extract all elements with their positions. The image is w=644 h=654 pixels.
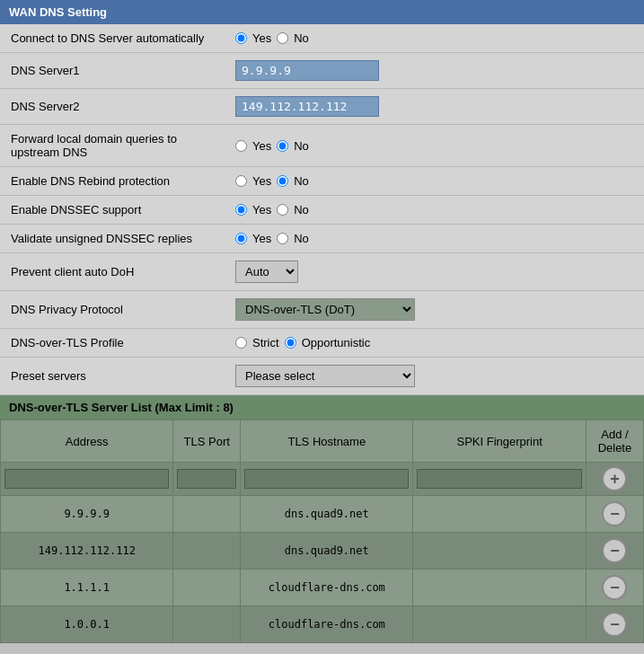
label-yes-connect-auto[interactable]: Yes [252,31,271,45]
field-dns-server2 [225,89,644,125]
row-dns-privacy: DNS Privacy Protocol DNS-over-TLS (DoT) [0,291,644,329]
cell-hostname: cloudflare-dns.com [241,606,413,643]
cell-input-port [173,463,241,496]
cell-hostname: cloudflare-dns.com [241,570,413,606]
radio-dns-rebind-yes[interactable] [235,175,247,187]
label-dot-profile: DNS-over-TLS Profile [0,329,225,358]
label-validate-dnssec: Validate unsigned DNSSEC replies [0,225,225,253]
cell-delete-button: − [586,533,643,570]
label-dns-server1: DNS Server1 [0,53,225,89]
cell-address: 149.112.112.112 [1,533,173,570]
label-no-validate-dnssec[interactable]: No [294,232,309,245]
select-dns-privacy[interactable]: DNS-over-TLS (DoT) [235,298,415,321]
label-opportunistic[interactable]: Opportunistic [302,336,371,349]
label-yes-dnssec[interactable]: Yes [252,203,271,217]
cell-address: 1.1.1.1 [1,570,173,606]
delete-server-button[interactable]: − [602,575,627,600]
cell-port [173,606,241,643]
radio-dot-opportunistic[interactable] [285,337,296,349]
label-dns-privacy: DNS Privacy Protocol [0,291,225,329]
cell-address: 1.0.0.1 [1,606,173,643]
col-header-port: TLS Port [173,420,241,463]
select-preset-servers[interactable]: Please select [235,365,415,387]
radio-forward-local-no[interactable] [277,140,288,152]
delete-icon: − [610,616,620,632]
table-row: 149.112.112.112dns.quad9.net− [1,533,644,570]
delete-server-button[interactable]: − [602,538,627,563]
table-header-row: Address TLS Port TLS Hostname SPKI Finge… [1,420,644,463]
label-preset-servers: Preset servers [0,358,225,395]
radio-validate-dnssec-yes[interactable] [235,233,247,244]
field-preset-servers: Please select [225,358,644,395]
input-address[interactable] [4,469,169,489]
cell-input-hostname [241,463,413,496]
input-spki[interactable] [417,469,581,489]
server-list-table: Address TLS Port TLS Hostname SPKI Finge… [0,420,644,643]
row-connect-auto: Connect to DNS Server automatically Yes … [0,24,644,53]
add-server-button[interactable]: + [602,466,627,491]
radio-dnssec-no[interactable] [277,204,288,216]
radio-dot-strict[interactable] [235,337,247,349]
cell-add-button: + [586,463,643,496]
server-list-title-text: DNS-over-TLS Server List (Max Limit : 8) [9,401,234,414]
label-no-dnssec[interactable]: No [294,203,309,217]
delete-server-button[interactable]: − [602,501,627,526]
field-dnssec: Yes No [225,196,644,225]
row-dns-server2: DNS Server2 [0,89,644,125]
input-dns-server2[interactable] [235,96,379,117]
label-no-dns-rebind[interactable]: No [294,174,309,188]
field-connect-auto: Yes No [225,24,644,53]
field-dns-rebind: Yes No [225,167,644,196]
label-dns-rebind: Enable DNS Rebind protection [0,167,225,196]
radio-connect-auto-yes[interactable] [235,32,247,44]
radio-group-forward-local: Yes No [235,139,633,153]
delete-icon: − [610,579,620,596]
radio-group-dot-profile: Strict Opportunistic [235,336,633,349]
server-input-row: + [1,463,644,496]
label-yes-validate-dnssec[interactable]: Yes [252,232,271,245]
select-prevent-doh[interactable]: Auto [235,261,298,283]
field-dns-privacy: DNS-over-TLS (DoT) [225,291,644,329]
cell-spki [413,533,586,570]
field-dot-profile: Strict Opportunistic [225,329,644,358]
cell-hostname: dns.quad9.net [241,496,413,533]
cell-delete-button: − [586,606,643,643]
radio-dns-rebind-no[interactable] [277,175,288,187]
row-dot-profile: DNS-over-TLS Profile Strict Opportunisti… [0,329,644,358]
input-port[interactable] [177,469,236,489]
row-prevent-doh: Prevent client auto DoH Auto [0,253,644,291]
row-dns-rebind: Enable DNS Rebind protection Yes No [0,167,644,196]
radio-validate-dnssec-no[interactable] [277,233,288,244]
label-yes-forward-local[interactable]: Yes [252,139,271,153]
cell-delete-button: − [586,496,643,533]
table-row: 9.9.9.9dns.quad9.net− [1,496,644,533]
col-header-hostname: TLS Hostname [241,420,413,463]
cell-hostname: dns.quad9.net [241,533,413,570]
label-yes-dns-rebind[interactable]: Yes [252,174,271,188]
input-hostname[interactable] [244,469,409,489]
radio-connect-auto-no[interactable] [277,32,288,44]
radio-dnssec-yes[interactable] [235,204,247,216]
radio-forward-local-yes[interactable] [235,140,247,152]
radio-group-connect-auto: Yes No [235,31,633,45]
table-row: 1.1.1.1cloudflare-dns.com− [1,570,644,606]
dns-form-table: Connect to DNS Server automatically Yes … [0,24,644,395]
table-row: 1.0.0.1cloudflare-dns.com− [1,606,644,643]
row-forward-local: Forward local domain queries to upstream… [0,125,644,167]
cell-port [173,570,241,606]
cell-spki [413,606,586,643]
label-no-forward-local[interactable]: No [294,139,309,153]
field-dns-server1 [225,53,644,89]
label-no-connect-auto[interactable]: No [294,31,309,45]
page-title: WAN DNS Setting [9,5,107,19]
field-validate-dnssec: Yes No [225,225,644,253]
cell-port [173,496,241,533]
delete-server-button[interactable]: − [602,612,627,637]
delete-icon: − [610,506,620,522]
input-dns-server1[interactable] [235,60,379,81]
cell-delete-button: − [586,570,643,606]
col-header-adddel: Add / Delete [586,420,643,463]
col-header-address: Address [1,420,173,463]
label-strict[interactable]: Strict [252,336,279,349]
field-prevent-doh: Auto [225,253,644,291]
